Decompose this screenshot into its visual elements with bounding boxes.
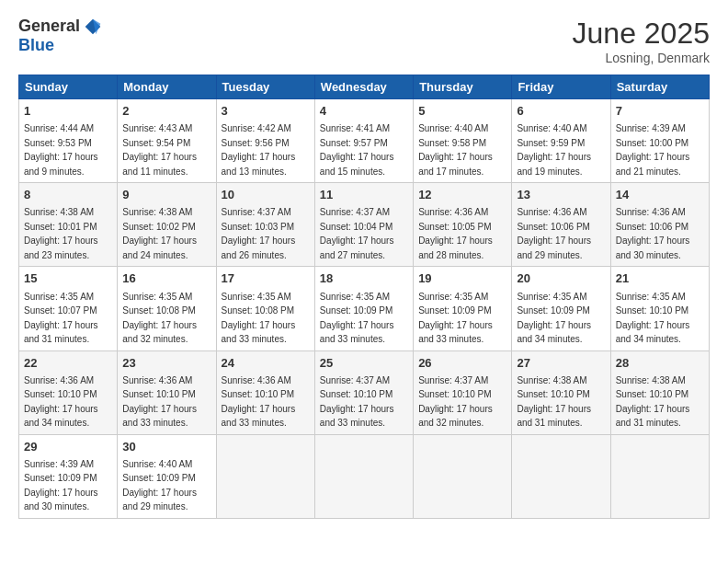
table-row: 2Sunrise: 4:43 AMSunset: 9:54 PMDaylight… (118, 99, 216, 183)
day-number: 22 (24, 355, 112, 372)
table-row: 22Sunrise: 4:36 AMSunset: 10:10 PMDaylig… (19, 350, 118, 434)
day-number: 10 (222, 187, 310, 203)
day-number: 6 (517, 103, 605, 120)
table-row: 29Sunrise: 4:39 AMSunset: 10:09 PMDaylig… (19, 434, 118, 518)
table-row: 3Sunrise: 4:42 AMSunset: 9:56 PMDaylight… (216, 99, 314, 183)
month-year-title: June 2025 (573, 17, 710, 51)
day-info: Sunrise: 4:37 AMSunset: 10:04 PMDaylight… (320, 207, 394, 260)
calendar-week-row: 22Sunrise: 4:36 AMSunset: 10:10 PMDaylig… (19, 350, 710, 434)
col-monday: Monday (118, 75, 216, 99)
table-row: 27Sunrise: 4:38 AMSunset: 10:10 PMDaylig… (512, 350, 610, 434)
table-row: 4Sunrise: 4:41 AMSunset: 9:57 PMDaylight… (314, 99, 413, 183)
table-row (314, 434, 413, 518)
day-number: 12 (418, 187, 506, 203)
day-number: 30 (122, 439, 210, 455)
day-info: Sunrise: 4:36 AMSunset: 10:06 PMDaylight… (616, 207, 690, 260)
day-info: Sunrise: 4:36 AMSunset: 10:10 PMDaylight… (222, 375, 296, 429)
col-sunday: Sunday (19, 75, 118, 99)
day-number: 8 (24, 187, 112, 203)
day-info: Sunrise: 4:36 AMSunset: 10:05 PMDaylight… (418, 207, 493, 260)
table-row (216, 434, 314, 518)
table-row: 18Sunrise: 4:35 AMSunset: 10:09 PMDaylig… (314, 267, 413, 350)
day-number: 17 (222, 270, 310, 287)
day-info: Sunrise: 4:39 AMSunset: 10:09 PMDaylight… (24, 459, 98, 512)
day-info: Sunrise: 4:37 AMSunset: 10:03 PMDaylight… (222, 207, 296, 260)
calendar-week-row: 15Sunrise: 4:35 AMSunset: 10:07 PMDaylig… (19, 267, 710, 350)
day-number: 7 (616, 103, 704, 120)
day-info: Sunrise: 4:36 AMSunset: 10:06 PMDaylight… (517, 207, 591, 260)
header: General Blue June 2025 Losning, Denmark (18, 17, 710, 65)
table-row: 11Sunrise: 4:37 AMSunset: 10:04 PMDaylig… (314, 183, 413, 267)
table-row: 30Sunrise: 4:40 AMSunset: 10:09 PMDaylig… (118, 434, 216, 518)
day-number: 4 (320, 103, 408, 120)
day-number: 23 (122, 355, 210, 372)
day-number: 19 (418, 270, 506, 287)
day-number: 18 (320, 270, 408, 287)
day-info: Sunrise: 4:40 AMSunset: 10:09 PMDaylight… (122, 459, 197, 512)
table-row (414, 434, 512, 518)
col-saturday: Saturday (610, 75, 709, 99)
calendar-week-row: 1Sunrise: 4:44 AMSunset: 9:53 PMDaylight… (19, 99, 710, 183)
day-info: Sunrise: 4:40 AMSunset: 9:58 PMDaylight:… (418, 123, 493, 177)
day-number: 11 (320, 187, 408, 203)
table-row: 21Sunrise: 4:35 AMSunset: 10:10 PMDaylig… (610, 267, 709, 350)
table-row: 1Sunrise: 4:44 AMSunset: 9:53 PMDaylight… (19, 99, 118, 183)
day-info: Sunrise: 4:39 AMSunset: 10:00 PMDaylight… (616, 123, 690, 177)
table-row: 15Sunrise: 4:35 AMSunset: 10:07 PMDaylig… (19, 267, 118, 350)
calendar-week-row: 8Sunrise: 4:38 AMSunset: 10:01 PMDayligh… (19, 183, 710, 267)
table-row: 23Sunrise: 4:36 AMSunset: 10:10 PMDaylig… (118, 350, 216, 434)
table-row: 25Sunrise: 4:37 AMSunset: 10:10 PMDaylig… (314, 350, 413, 434)
table-row: 14Sunrise: 4:36 AMSunset: 10:06 PMDaylig… (610, 183, 709, 267)
day-number: 5 (418, 103, 506, 120)
day-info: Sunrise: 4:38 AMSunset: 10:02 PMDaylight… (122, 207, 197, 260)
day-number: 9 (122, 187, 210, 203)
page: General Blue June 2025 Losning, Denmark … (0, 0, 728, 563)
day-info: Sunrise: 4:35 AMSunset: 10:09 PMDaylight… (418, 292, 493, 345)
logo-general-text: General (18, 17, 80, 36)
day-info: Sunrise: 4:36 AMSunset: 10:10 PMDaylight… (24, 375, 98, 429)
day-info: Sunrise: 4:37 AMSunset: 10:10 PMDaylight… (418, 375, 493, 429)
day-number: 3 (222, 103, 310, 120)
logo: General Blue (18, 17, 102, 55)
calendar-week-row: 29Sunrise: 4:39 AMSunset: 10:09 PMDaylig… (19, 434, 710, 518)
table-row: 5Sunrise: 4:40 AMSunset: 9:58 PMDaylight… (414, 99, 512, 183)
col-tuesday: Tuesday (216, 75, 314, 99)
table-row: 12Sunrise: 4:36 AMSunset: 10:05 PMDaylig… (414, 183, 512, 267)
table-row: 9Sunrise: 4:38 AMSunset: 10:02 PMDayligh… (118, 183, 216, 267)
day-info: Sunrise: 4:38 AMSunset: 10:10 PMDaylight… (616, 375, 690, 429)
day-info: Sunrise: 4:35 AMSunset: 10:07 PMDaylight… (24, 292, 98, 345)
table-row: 7Sunrise: 4:39 AMSunset: 10:00 PMDayligh… (610, 99, 709, 183)
title-section: June 2025 Losning, Denmark (573, 17, 710, 65)
day-info: Sunrise: 4:40 AMSunset: 9:59 PMDaylight:… (517, 123, 591, 177)
day-number: 21 (616, 270, 704, 287)
day-number: 1 (24, 103, 112, 120)
logo-blue-text: Blue (18, 36, 54, 55)
day-info: Sunrise: 4:37 AMSunset: 10:10 PMDaylight… (320, 375, 394, 429)
day-info: Sunrise: 4:38 AMSunset: 10:10 PMDaylight… (517, 375, 591, 429)
calendar-table: Sunday Monday Tuesday Wednesday Thursday… (18, 75, 710, 519)
day-info: Sunrise: 4:38 AMSunset: 10:01 PMDaylight… (24, 207, 98, 260)
day-info: Sunrise: 4:36 AMSunset: 10:10 PMDaylight… (122, 375, 197, 429)
col-thursday: Thursday (414, 75, 512, 99)
day-info: Sunrise: 4:35 AMSunset: 10:09 PMDaylight… (517, 292, 591, 345)
day-number: 2 (122, 103, 210, 120)
day-number: 13 (517, 187, 605, 203)
table-row: 16Sunrise: 4:35 AMSunset: 10:08 PMDaylig… (118, 267, 216, 350)
table-row (512, 434, 610, 518)
table-row: 19Sunrise: 4:35 AMSunset: 10:09 PMDaylig… (414, 267, 512, 350)
table-row: 17Sunrise: 4:35 AMSunset: 10:08 PMDaylig… (216, 267, 314, 350)
day-info: Sunrise: 4:41 AMSunset: 9:57 PMDaylight:… (320, 123, 394, 177)
table-row: 26Sunrise: 4:37 AMSunset: 10:10 PMDaylig… (414, 350, 512, 434)
day-info: Sunrise: 4:35 AMSunset: 10:08 PMDaylight… (222, 292, 296, 345)
day-number: 15 (24, 270, 112, 287)
col-wednesday: Wednesday (314, 75, 413, 99)
day-number: 26 (418, 355, 506, 372)
day-info: Sunrise: 4:35 AMSunset: 10:10 PMDaylight… (616, 292, 690, 345)
day-number: 25 (320, 355, 408, 372)
day-number: 24 (222, 355, 310, 372)
table-row: 28Sunrise: 4:38 AMSunset: 10:10 PMDaylig… (610, 350, 709, 434)
day-info: Sunrise: 4:44 AMSunset: 9:53 PMDaylight:… (24, 123, 98, 177)
day-number: 27 (517, 355, 605, 372)
day-number: 14 (616, 187, 704, 203)
day-info: Sunrise: 4:43 AMSunset: 9:54 PMDaylight:… (122, 123, 197, 177)
